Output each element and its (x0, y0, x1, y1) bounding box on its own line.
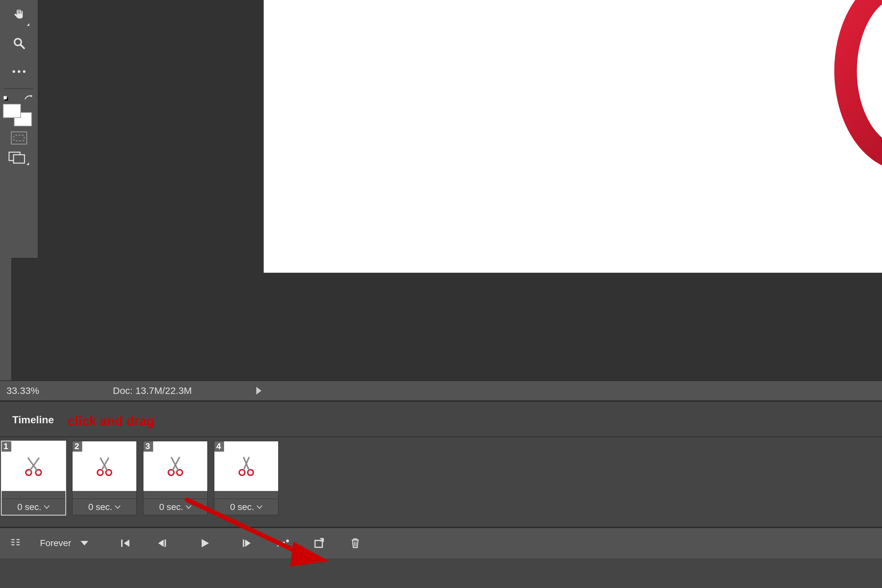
frame-thumbnail[interactable]: 1 (2, 441, 66, 491)
svg-rect-31 (315, 541, 323, 548)
edit-toolbar-button[interactable] (8, 60, 31, 83)
timeline-header: Timeline click and drag (0, 402, 882, 437)
next-frame-button[interactable] (236, 534, 258, 552)
step-forward-icon (242, 538, 252, 549)
hand-tool-button[interactable] (8, 3, 31, 26)
svg-line-18 (172, 457, 180, 471)
frame-delay-dropdown[interactable]: 0 sec. (214, 499, 278, 515)
frames-strip: 1 0 sec. 2 (0, 437, 882, 527)
play-icon (199, 538, 210, 549)
svg-line-10 (30, 458, 39, 470)
svg-rect-26 (243, 540, 244, 547)
flyout-indicator-icon (26, 162, 29, 165)
svg-point-30 (286, 540, 289, 543)
canvas-area[interactable] (38, 0, 882, 380)
frame-1[interactable]: 1 0 sec. (1, 441, 66, 515)
svg-rect-24 (121, 540, 123, 547)
canvas-graphic (808, 0, 882, 180)
delete-frame-button[interactable] (344, 534, 367, 552)
scissors-icon (22, 455, 45, 477)
timeline-playbar: Forever (0, 527, 882, 558)
step-back-icon (156, 538, 167, 549)
more-icon (13, 70, 26, 73)
chevron-down-icon (186, 505, 192, 509)
frame-thumbnail[interactable]: 4 (214, 441, 278, 491)
foreground-color-swatch[interactable] (3, 104, 21, 118)
annotation-label: click and drag (68, 414, 154, 428)
svg-point-28 (279, 543, 282, 546)
scissors-icon (164, 455, 187, 477)
svg-rect-5 (14, 155, 24, 163)
chevron-down-icon (81, 541, 88, 546)
new-frame-icon (314, 538, 325, 549)
frame-delay-value: 0 sec. (159, 502, 183, 512)
scissors-icon (93, 455, 116, 477)
frame-3[interactable]: 3 0 sec. (143, 441, 208, 515)
svg-line-19 (171, 457, 178, 471)
loop-mode-label: Forever (40, 538, 71, 548)
frame-4[interactable]: 4 0 sec. (214, 441, 279, 515)
skip-first-icon (120, 538, 131, 549)
loop-mode-dropdown[interactable]: Forever (40, 538, 88, 548)
document-size[interactable]: Doc: 13.7M/22.3M (113, 385, 192, 396)
document-canvas[interactable] (264, 0, 882, 273)
frame-thumbnail[interactable]: 2 (72, 441, 136, 491)
vertical-ruler[interactable] (0, 258, 12, 380)
frame-number-badge: 1 (2, 441, 11, 452)
previous-frame-button[interactable] (150, 534, 173, 552)
tween-icon (277, 539, 290, 547)
swap-colors-icon[interactable] (24, 94, 33, 102)
zoom-tool-button[interactable] (8, 32, 31, 55)
default-colors-icon[interactable] (3, 95, 9, 101)
frame-delay-dropdown[interactable]: 0 sec. (2, 499, 66, 515)
timeline-panel: Timeline click and drag 1 0 sec. 2 (0, 401, 882, 588)
svg-point-29 (282, 542, 285, 544)
svg-rect-3 (3, 96, 7, 99)
flyout-indicator-icon (27, 23, 29, 26)
svg-line-11 (28, 458, 37, 470)
timeline-tab[interactable]: Timeline (6, 410, 60, 429)
status-bar: 33.33% Doc: 13.7M/22.3M (0, 380, 882, 401)
frame-delay-value: 0 sec. (88, 502, 112, 512)
chevron-down-icon (256, 505, 262, 509)
chevron-down-icon (44, 505, 50, 509)
frame-delay-value: 0 sec. (17, 502, 42, 512)
frame-delay-dropdown[interactable]: 0 sec. (72, 499, 136, 515)
frame-number-badge: 3 (144, 441, 153, 452)
tools-panel (0, 0, 38, 258)
first-frame-button[interactable] (114, 534, 137, 552)
screen-mode-button[interactable] (8, 150, 30, 166)
zoom-level[interactable]: 33.33% (6, 385, 71, 396)
frame-thumbnail[interactable]: 3 (144, 441, 207, 491)
quick-mask-button[interactable] (11, 132, 27, 144)
svg-line-1 (20, 45, 24, 48)
frame-delay-dropdown[interactable]: 0 sec. (144, 499, 207, 515)
play-button[interactable] (193, 534, 216, 552)
convert-timeline-button[interactable] (4, 534, 27, 552)
frame-delay-value: 0 sec. (230, 502, 254, 512)
chevron-down-icon (115, 505, 121, 509)
frame-number-badge: 2 (72, 441, 82, 452)
frame-number-badge: 4 (214, 441, 224, 452)
tween-button[interactable] (272, 534, 295, 552)
svg-line-14 (102, 458, 109, 470)
svg-rect-25 (165, 540, 166, 547)
foreground-background-swatches[interactable] (3, 94, 35, 126)
scissors-icon (235, 455, 258, 477)
svg-line-15 (100, 458, 107, 470)
duplicate-frame-button[interactable] (308, 534, 331, 552)
svg-point-27 (277, 545, 279, 547)
toolbar-divider (4, 88, 34, 89)
trash-icon (350, 538, 360, 549)
status-more-icon[interactable] (256, 387, 261, 394)
frame-2[interactable]: 2 0 sec. (72, 441, 136, 515)
